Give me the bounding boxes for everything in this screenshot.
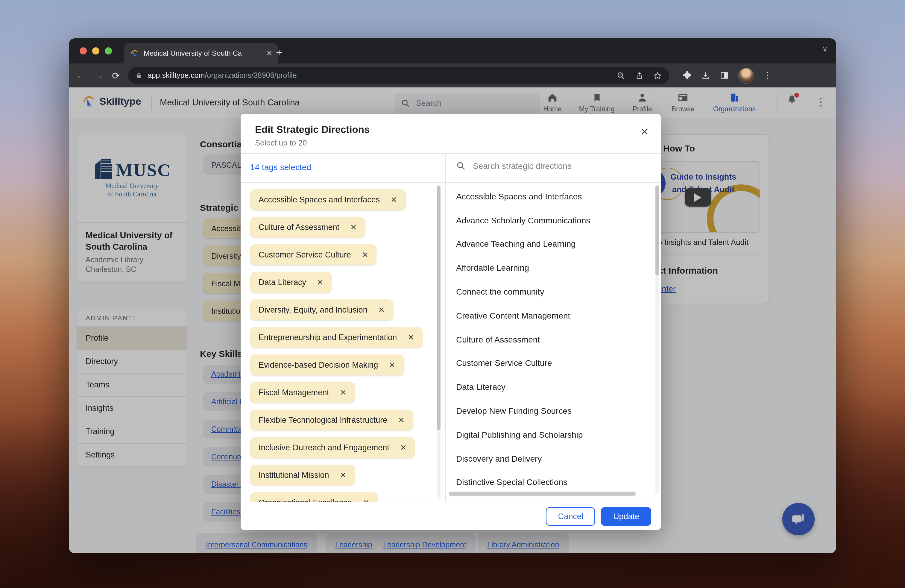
remove-tag-icon[interactable]: ✕ bbox=[362, 250, 368, 259]
download-icon[interactable] bbox=[701, 71, 711, 80]
remove-tag-icon[interactable]: ✕ bbox=[408, 333, 414, 342]
remove-tag-icon[interactable]: ✕ bbox=[350, 223, 357, 232]
remove-tag-icon[interactable]: ✕ bbox=[398, 416, 405, 424]
extensions-puzzle-icon[interactable] bbox=[683, 71, 692, 80]
modal-footer: Cancel Update bbox=[241, 502, 661, 530]
reload-button[interactable]: ⟳ bbox=[112, 70, 120, 81]
selected-tag: Flexible Technological Infrastructure✕ bbox=[250, 410, 413, 431]
tab-strip: Medical University of South Ca ✕ + ∨ bbox=[69, 38, 836, 64]
minimize-window-button[interactable] bbox=[92, 47, 99, 54]
selected-tags-scrollbar-thumb[interactable] bbox=[437, 186, 441, 430]
padlock-icon[interactable] bbox=[136, 72, 143, 79]
modal-subtitle: Select up to 20 bbox=[255, 138, 307, 147]
option-item[interactable]: Advance Scholarly Communications bbox=[456, 208, 649, 232]
remove-tag-icon[interactable]: ✕ bbox=[363, 498, 369, 502]
selected-tag: Evidence-based Decision Making✕ bbox=[250, 354, 404, 375]
back-button[interactable]: ← bbox=[76, 70, 86, 81]
selected-count: 14 tags selected bbox=[250, 162, 311, 172]
new-tab-button[interactable]: + bbox=[276, 44, 282, 61]
zoom-page-icon[interactable] bbox=[617, 71, 626, 80]
option-item[interactable]: Accessible Spaces and Interfaces bbox=[456, 184, 649, 208]
modal-search[interactable] bbox=[456, 161, 624, 171]
remove-tag-icon[interactable]: ✕ bbox=[340, 470, 346, 480]
selected-tag: Diversity, Equity, and Inclusion✕ bbox=[250, 299, 393, 320]
option-item[interactable]: Connect the community bbox=[456, 280, 649, 304]
traffic-lights bbox=[79, 47, 112, 54]
options-horizontal-scrollbar[interactable] bbox=[449, 492, 636, 496]
strategic-directions-search-input[interactable] bbox=[472, 161, 624, 171]
browser-menu-icon[interactable]: ⋮ bbox=[764, 70, 772, 81]
modal-title: Edit Strategic Directions bbox=[255, 124, 370, 135]
remove-tag-icon[interactable]: ✕ bbox=[340, 388, 346, 397]
option-item[interactable]: Develop New Funding Sources bbox=[456, 399, 649, 423]
option-item[interactable]: Advance Teaching and Learning bbox=[456, 232, 649, 256]
option-item[interactable]: Data Literacy bbox=[456, 375, 649, 399]
tab-search-chevron-icon[interactable]: ∨ bbox=[822, 44, 828, 53]
selected-tag: Organizational Excellence✕ bbox=[250, 492, 378, 502]
address-bar[interactable]: app.skilltype.com/organizations/38906/pr… bbox=[129, 67, 670, 84]
selected-tag: Data Literacy✕ bbox=[250, 272, 332, 293]
option-item[interactable]: Creative Content Management bbox=[456, 304, 649, 327]
cancel-button[interactable]: Cancel bbox=[546, 507, 595, 525]
remove-tag-icon[interactable]: ✕ bbox=[391, 195, 397, 204]
selected-tags-pane: Accessible Spaces and Interfaces✕ Cultur… bbox=[241, 182, 438, 502]
favicon-skilltype-icon bbox=[130, 49, 139, 58]
remove-tag-icon[interactable]: ✕ bbox=[400, 443, 407, 452]
url-text: app.skilltype.com/organizations/38906/pr… bbox=[148, 71, 297, 79]
update-button[interactable]: Update bbox=[601, 507, 651, 525]
selected-tag: Fiscal Management✕ bbox=[250, 382, 355, 403]
browser-toolbar: ← → ⟳ app.skilltype.com/organizations/38… bbox=[69, 64, 836, 87]
selected-tag: Entrepreneurship and Experimentation✕ bbox=[250, 327, 422, 348]
tab-title: Medical University of South Ca bbox=[144, 49, 262, 57]
modal-divider bbox=[241, 153, 661, 154]
modal-close-icon[interactable]: ✕ bbox=[640, 126, 649, 138]
option-item[interactable]: Culture of Assessment bbox=[456, 327, 649, 351]
browser-tab[interactable]: Medical University of South Ca ✕ bbox=[124, 43, 278, 64]
option-item[interactable]: Digital Publishing and Scholarship bbox=[456, 423, 649, 447]
selected-tag: Accessible Spaces and Interfaces✕ bbox=[250, 189, 405, 210]
zoom-window-button[interactable] bbox=[105, 47, 112, 54]
browser-window: Medical University of South Ca ✕ + ∨ ← →… bbox=[69, 38, 836, 553]
selected-tag: Culture of Assessment✕ bbox=[250, 217, 365, 238]
remove-tag-icon[interactable]: ✕ bbox=[389, 361, 395, 369]
browser-profile-avatar[interactable] bbox=[738, 67, 754, 84]
tab-close-icon[interactable]: ✕ bbox=[266, 49, 272, 57]
skilltype-page: Skilltype Medical University of South Ca… bbox=[69, 87, 836, 553]
option-item[interactable]: Discovery and Delivery bbox=[456, 447, 649, 470]
forward-button[interactable]: → bbox=[94, 70, 103, 81]
edit-strategic-directions-modal: Edit Strategic Directions Select up to 2… bbox=[241, 114, 661, 530]
selected-tag: Inclusive Outreach and Engagement✕ bbox=[250, 437, 415, 458]
bookmark-star-icon[interactable] bbox=[653, 71, 662, 80]
option-item[interactable]: Distinctive Special Collections bbox=[456, 470, 649, 493]
close-window-button[interactable] bbox=[79, 47, 87, 54]
side-panel-icon[interactable] bbox=[720, 71, 729, 80]
option-item[interactable]: Customer Service Culture bbox=[456, 351, 649, 375]
options-scrollbar-thumb[interactable] bbox=[656, 186, 659, 275]
options-pane: Accessible Spaces and Interfaces Advance… bbox=[446, 182, 649, 493]
selected-tag: Customer Service Culture✕ bbox=[250, 244, 377, 265]
selected-tag: Institutional Mission✕ bbox=[250, 465, 355, 486]
option-item[interactable]: Affordable Learning bbox=[456, 256, 649, 280]
remove-tag-icon[interactable]: ✕ bbox=[317, 278, 324, 287]
remove-tag-icon[interactable]: ✕ bbox=[378, 305, 385, 315]
desktop: Medical University of South Ca ✕ + ∨ ← →… bbox=[0, 0, 905, 588]
share-icon[interactable] bbox=[635, 71, 644, 80]
